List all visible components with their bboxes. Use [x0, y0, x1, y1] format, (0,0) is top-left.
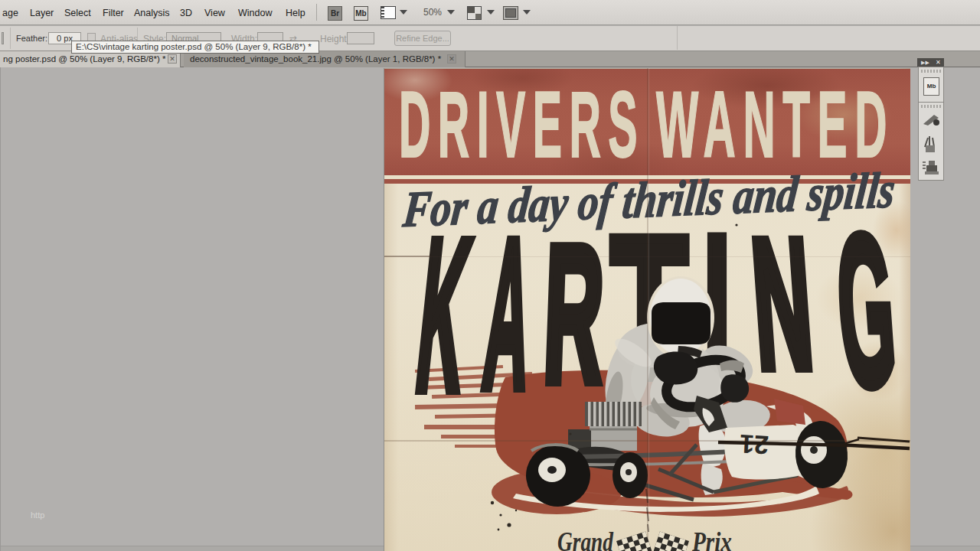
svg-text:WANTED: WANTED: [656, 73, 894, 177]
svg-text:Grand: Grand: [557, 527, 614, 551]
svg-text:N: N: [746, 201, 818, 406]
svg-text:DRIVERS: DRIVERS: [399, 73, 645, 177]
svg-text:Prix: Prix: [691, 527, 732, 551]
svg-text:R: R: [541, 205, 607, 422]
svg-text:G: G: [830, 191, 902, 429]
